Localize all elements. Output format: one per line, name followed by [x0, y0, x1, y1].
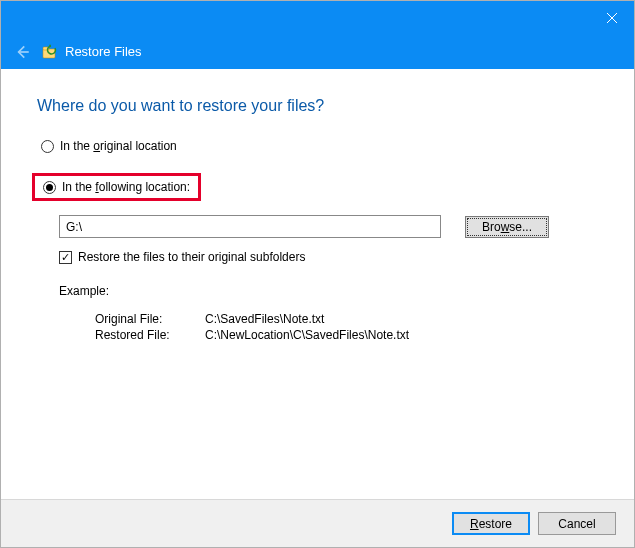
back-button[interactable]	[13, 43, 31, 61]
close-icon	[607, 13, 617, 23]
radio-label: In the original location	[60, 139, 177, 153]
example-original-label: Original File:	[95, 312, 205, 326]
radio-icon	[43, 181, 56, 194]
checkbox-label: Restore the files to their original subf…	[78, 250, 305, 264]
dialog-body: Where do you want to restore your files?…	[1, 69, 634, 499]
example-restored-label: Restored File:	[95, 328, 205, 342]
page-heading: Where do you want to restore your files?	[37, 97, 598, 115]
location-input[interactable]	[59, 215, 441, 238]
radio-original-location[interactable]: In the original location	[37, 137, 598, 155]
browse-button[interactable]: Browse...	[465, 216, 549, 238]
example-grid: Original File: C:\SavedFiles\Note.txt Re…	[95, 312, 598, 342]
dialog-footer: Restore Cancel	[1, 499, 634, 547]
window-title: Restore Files	[65, 44, 142, 59]
titlebar	[1, 1, 634, 34]
highlight-box: In the following location:	[32, 173, 201, 201]
radio-following-location[interactable]: In the following location:	[39, 178, 194, 196]
back-arrow-icon	[13, 43, 31, 61]
restore-button[interactable]: Restore	[452, 512, 530, 535]
restore-files-window: Restore Files Where do you want to resto…	[0, 0, 635, 548]
radio-label: In the following location:	[62, 180, 190, 194]
headerbar: Restore Files	[1, 34, 634, 69]
cancel-button[interactable]: Cancel	[538, 512, 616, 535]
close-button[interactable]	[589, 1, 634, 34]
restore-subfolders-checkbox[interactable]: Restore the files to their original subf…	[59, 250, 598, 264]
example-restored-value: C:\NewLocation\C\SavedFiles\Note.txt	[205, 328, 598, 342]
restore-icon	[41, 43, 59, 61]
example-original-value: C:\SavedFiles\Note.txt	[205, 312, 598, 326]
radio-icon	[41, 140, 54, 153]
example-label: Example:	[59, 284, 598, 298]
location-row: Browse...	[59, 215, 598, 238]
checkbox-icon	[59, 251, 72, 264]
